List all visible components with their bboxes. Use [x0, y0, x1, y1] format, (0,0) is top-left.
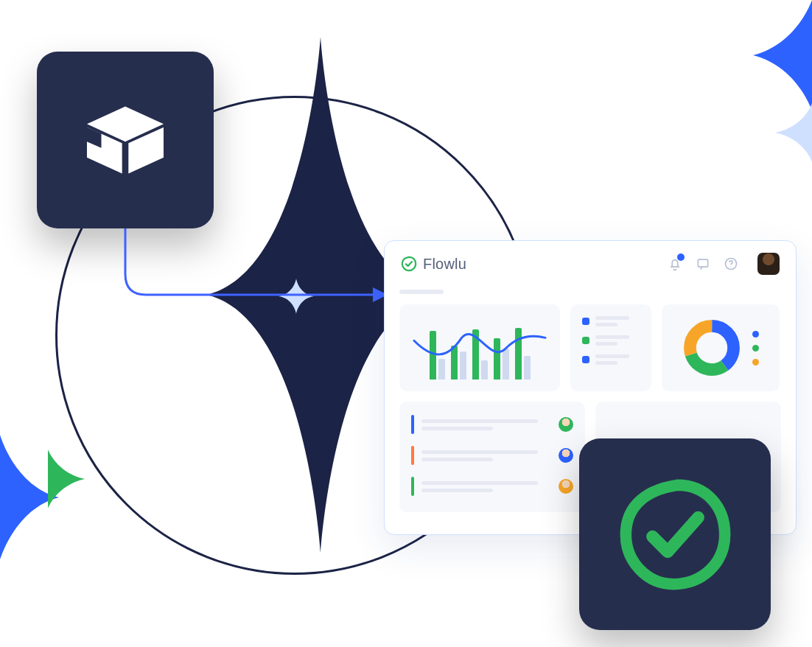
ornament-top-right-blue [724, 0, 812, 111]
dashboard-header: Flowlu [385, 241, 796, 287]
task-row [411, 415, 573, 434]
task-row [411, 446, 573, 465]
help-icon[interactable] [722, 255, 740, 273]
breadcrumb-placeholder [399, 290, 444, 294]
legend-item [582, 354, 640, 365]
flowlu-app-tile [579, 438, 771, 630]
donut-chart [683, 319, 741, 377]
legend-dot [752, 345, 759, 352]
trend-line [411, 316, 548, 378]
legend-dot [582, 337, 589, 344]
panel-task-list [399, 402, 585, 512]
ornament-top-right-light [768, 103, 812, 162]
source-app-tile [37, 52, 214, 228]
panel-bar-line-chart [399, 304, 560, 391]
task-avatar [559, 479, 573, 494]
svg-rect-5 [698, 259, 707, 267]
legend-dot [752, 359, 759, 366]
airtable-box-icon [77, 92, 173, 188]
bell-icon[interactable] [666, 255, 684, 273]
legend-dot [752, 331, 759, 338]
notification-dot [677, 253, 685, 261]
panel-mini-legend [570, 304, 651, 391]
mini-bar-line-chart [411, 316, 548, 380]
task-accent-bar [411, 477, 414, 496]
legend-item [582, 335, 640, 346]
user-avatar[interactable] [757, 253, 780, 275]
legend-item [582, 316, 640, 326]
flowlu-leaf-check-icon [618, 478, 732, 592]
panel-donut-chart [662, 304, 780, 391]
flowlu-brand-label: Flowlu [423, 256, 466, 273]
task-accent-bar [411, 446, 414, 465]
background-accent-star [279, 279, 314, 314]
task-avatar [559, 448, 573, 463]
svg-point-7 [730, 267, 731, 267]
legend-dot [582, 356, 589, 363]
task-accent-bar [411, 415, 414, 434]
flowlu-logo: Flowlu [401, 256, 466, 273]
flowlu-leaf-check-icon [401, 256, 417, 272]
legend-dot [582, 318, 589, 325]
task-avatar [559, 417, 573, 432]
ornament-bottom-left-green [48, 450, 85, 508]
chat-icon[interactable] [694, 255, 712, 273]
donut-legend [752, 331, 759, 366]
task-row [411, 477, 573, 496]
